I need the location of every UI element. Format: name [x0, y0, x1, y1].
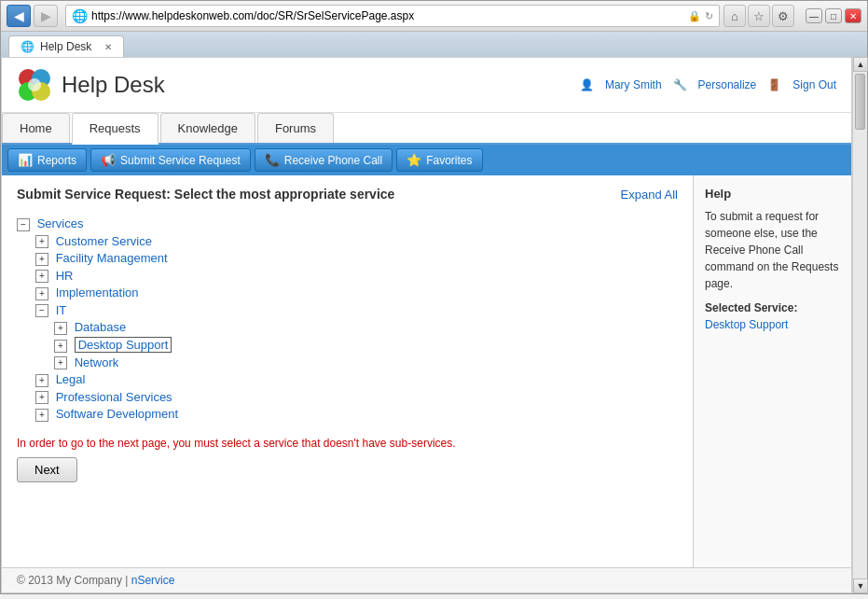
- star-button[interactable]: ☆: [748, 5, 770, 27]
- svg-point-4: [28, 78, 41, 91]
- footer-nservice-link[interactable]: nService: [131, 574, 175, 587]
- services-link[interactable]: Services: [37, 216, 84, 230]
- browser-tab-bar: 🌐 Help Desk ✕: [1, 32, 867, 57]
- tree-item-legal: + Legal: [35, 372, 678, 387]
- network-link[interactable]: Network: [75, 355, 119, 369]
- legal-link[interactable]: Legal: [56, 372, 86, 386]
- tab-label: Help Desk: [40, 40, 91, 53]
- window-controls[interactable]: ◀ ▶: [7, 5, 58, 27]
- back-button[interactable]: ◀: [7, 5, 31, 27]
- maximize-button[interactable]: □: [825, 8, 842, 23]
- implementation-toggle[interactable]: +: [35, 287, 48, 300]
- scroll-track[interactable]: [853, 72, 867, 578]
- tree-item-facility-management: + Facility Management: [35, 251, 678, 266]
- reports-icon: 📊: [18, 153, 33, 167]
- implementation-link[interactable]: Implementation: [56, 286, 139, 300]
- refresh-icon[interactable]: ↻: [705, 10, 713, 22]
- scroll-thumb[interactable]: [855, 74, 865, 130]
- phone-icon: 📞: [265, 153, 280, 167]
- it-toggle[interactable]: −: [35, 304, 48, 317]
- minimize-button[interactable]: —: [806, 8, 822, 23]
- tab-home[interactable]: Home: [2, 113, 70, 143]
- help-title: Help: [705, 187, 840, 201]
- main-area: Submit Service Request: Select the most …: [2, 175, 851, 567]
- it-children: + Database + Desktop Support: [54, 320, 678, 369]
- submit-service-request-button[interactable]: 📢 Submit Service Request: [90, 148, 251, 172]
- favorites-icon: ⭐: [406, 153, 421, 167]
- personalize-link[interactable]: Personalize: [698, 78, 757, 91]
- network-toggle[interactable]: +: [54, 356, 67, 369]
- user-name-link[interactable]: Mary Smith: [605, 78, 662, 91]
- header-user-area: 👤 Mary Smith 🔧 Personalize 🚪 Sign Out: [580, 78, 836, 91]
- desktop-support-toggle[interactable]: +: [54, 340, 67, 353]
- reports-button[interactable]: 📊 Reports: [7, 148, 87, 172]
- sign-out-link[interactable]: Sign Out: [792, 78, 836, 91]
- customer-service-toggle[interactable]: +: [35, 235, 48, 248]
- hr-link[interactable]: HR: [56, 269, 74, 283]
- tree-root: − Services: [17, 216, 678, 231]
- help-panel: Help To submit a request for someone els…: [693, 175, 851, 567]
- software-development-link[interactable]: Software Development: [56, 407, 179, 421]
- close-button[interactable]: ✕: [845, 8, 861, 23]
- tree-item-implementation: + Implementation: [35, 286, 678, 300]
- toolbar: 📊 Reports 📢 Submit Service Request 📞 Rec…: [2, 145, 851, 175]
- home-nav-button[interactable]: ⌂: [723, 5, 746, 27]
- tab-knowledge[interactable]: Knowledge: [160, 113, 255, 143]
- signout-icon: 🚪: [767, 78, 781, 91]
- tree-item-database: + Database: [54, 320, 678, 335]
- desktop-support-link[interactable]: Desktop Support: [78, 338, 169, 352]
- professional-services-link[interactable]: Professional Services: [56, 390, 172, 404]
- help-selected-service-link[interactable]: Desktop Support: [705, 318, 788, 331]
- help-body-text: To submit a request for someone else, us…: [705, 208, 840, 292]
- tree-item-it: − IT: [35, 303, 678, 318]
- database-link[interactable]: Database: [75, 320, 127, 334]
- app-header: Help Desk 👤 Mary Smith 🔧 Personalize 🚪 S…: [2, 58, 851, 113]
- tab-forums[interactable]: Forums: [257, 113, 334, 143]
- ie-icon: 🌐: [72, 8, 88, 23]
- hr-toggle[interactable]: +: [35, 270, 48, 283]
- page-title: Submit Service Request: Select the most …: [17, 187, 394, 202]
- customer-service-link[interactable]: Customer Service: [56, 234, 152, 248]
- browser-titlebar: ◀ ▶ 🌐 🔒 ↻ ⌂ ☆ ⚙ — □ ✕: [1, 1, 867, 32]
- next-button[interactable]: Next: [17, 457, 77, 482]
- facility-management-link[interactable]: Facility Management: [56, 251, 168, 265]
- scrollbar[interactable]: ▲ ▼: [852, 57, 867, 593]
- expand-all-link[interactable]: Expand All: [621, 188, 678, 202]
- address-bar[interactable]: 🌐 🔒 ↻: [65, 5, 720, 27]
- software-development-toggle[interactable]: +: [35, 409, 48, 422]
- app-footer: © 2013 My Company | nService: [2, 567, 851, 592]
- services-toggle[interactable]: −: [17, 218, 30, 231]
- nav-tabs: Home Requests Knowledge Forums: [2, 113, 851, 145]
- receive-phone-call-button[interactable]: 📞 Receive Phone Call: [255, 148, 393, 172]
- browser-tab-helpdesk[interactable]: 🌐 Help Desk ✕: [8, 35, 124, 58]
- tab-favicon: 🌐: [21, 40, 34, 53]
- tab-close-icon[interactable]: ✕: [104, 42, 112, 52]
- settings-button[interactable]: ⚙: [772, 5, 794, 27]
- database-toggle[interactable]: +: [54, 322, 67, 335]
- tree-item-customer-service: + Customer Service: [35, 234, 678, 249]
- footer-separator: |: [125, 574, 128, 587]
- tree-item-desktop-support: + Desktop Support: [54, 338, 678, 353]
- help-selected-label: Selected Service:: [705, 301, 840, 314]
- favorites-button[interactable]: ⭐ Favorites: [396, 148, 482, 172]
- app-logo: Help Desk: [17, 67, 165, 103]
- desktop-support-selected[interactable]: Desktop Support: [75, 337, 172, 353]
- tree-item-network: + Network: [54, 355, 678, 370]
- tree-item-professional-services: + Professional Services: [35, 390, 678, 405]
- tree-item-hr: + HR: [35, 269, 678, 284]
- scroll-down-arrow[interactable]: ▼: [853, 578, 868, 593]
- it-link[interactable]: IT: [56, 303, 67, 317]
- services-children: + Customer Service + Facility Management…: [35, 234, 678, 422]
- tab-requests[interactable]: Requests: [72, 113, 158, 145]
- url-input[interactable]: [91, 9, 684, 22]
- service-tree: − Services + Customer Service + Facility…: [17, 216, 678, 422]
- submit-icon: 📢: [101, 153, 116, 167]
- facility-management-toggle[interactable]: +: [35, 253, 48, 266]
- notice-text: In order to go to the next page, you mus…: [17, 437, 678, 450]
- forward-button[interactable]: ▶: [34, 5, 58, 27]
- footer-copyright: © 2013 My Company: [17, 574, 122, 587]
- app-title: Help Desk: [62, 72, 165, 98]
- legal-toggle[interactable]: +: [35, 374, 48, 387]
- professional-services-toggle[interactable]: +: [35, 391, 48, 404]
- scroll-up-arrow[interactable]: ▲: [853, 57, 868, 72]
